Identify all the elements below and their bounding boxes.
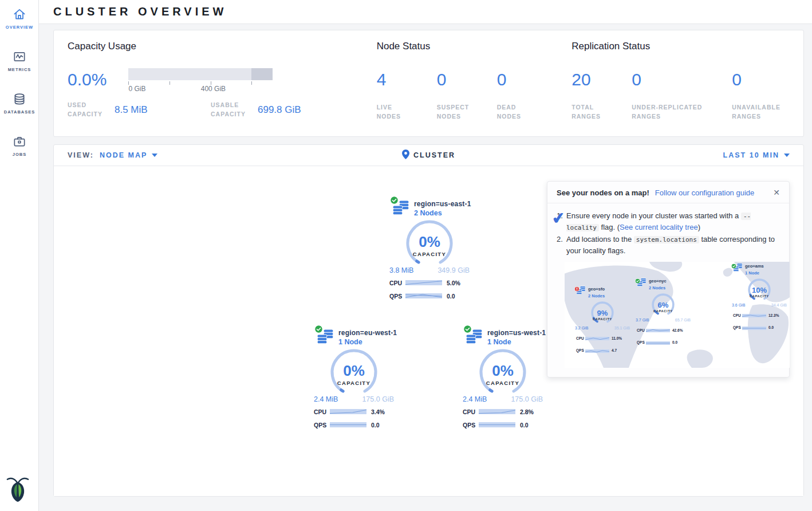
capacity-label: CAPACITY bbox=[324, 380, 384, 386]
dead-nodes-value: 0 bbox=[497, 71, 533, 88]
close-icon[interactable]: ✕ bbox=[772, 188, 781, 197]
warning-icon bbox=[574, 284, 580, 295]
map-toolbar: VIEW: NODE MAP CLUSTER LAST 10 MIN bbox=[54, 145, 803, 166]
used-capacity: 2.4 MiB bbox=[463, 395, 487, 403]
cpu-value: 3.4% bbox=[371, 408, 385, 415]
region-label[interactable]: region=us-east-1 bbox=[414, 200, 471, 208]
total-ranges-stat: 20 TOTAL RANGES bbox=[571, 68, 632, 121]
total-ranges-value: 20 bbox=[571, 71, 632, 88]
qps-value: 4.7 bbox=[612, 348, 617, 353]
capacity-bar-ticks bbox=[128, 80, 273, 85]
used-capacity: 3.7 GiB bbox=[636, 317, 649, 324]
region-database-icon bbox=[317, 337, 334, 347]
qps-label: QPS bbox=[463, 422, 479, 429]
configuration-guide-link[interactable]: Follow our configuration guide bbox=[655, 188, 754, 197]
live-nodes-stat: 4 LIVE NODES bbox=[377, 68, 437, 121]
region-label: geo=sfo bbox=[588, 286, 605, 292]
capacity-bar-chart: 0 GiB 400 GiB bbox=[128, 68, 273, 93]
unavailable-ranges-value: 0 bbox=[732, 71, 783, 88]
healthy-check-icon bbox=[314, 325, 323, 336]
sidebar-item-label: METRICS bbox=[0, 67, 39, 72]
sidebar-item-databases[interactable]: DATABASES bbox=[0, 85, 39, 115]
cpu-sparkline bbox=[585, 333, 609, 344]
region-label: geo=ams bbox=[745, 263, 764, 269]
page-header: CLUSTER OVERVIEW bbox=[39, 0, 812, 24]
region-database-icon bbox=[466, 337, 483, 347]
view-mode-value: NODE MAP bbox=[100, 151, 147, 159]
node-count[interactable]: 1 Node bbox=[338, 338, 397, 346]
capacity-label: CAPACITY bbox=[743, 294, 775, 298]
sidebar-item-jobs[interactable]: JOBS bbox=[0, 127, 39, 157]
example-node-map-image: geo=sfo 2 Nodes 9% CAPACITY bbox=[565, 262, 790, 368]
node-card-us-west-1[interactable]: region=us-west-1 1 Node 0% CAPACITY 2.4 … bbox=[460, 329, 546, 433]
capacity-percent: 0% bbox=[400, 233, 459, 251]
cpu-sparkline bbox=[479, 407, 515, 417]
under-replicated-ranges-label: UNDER-REPLICATED RANGES bbox=[632, 103, 723, 121]
used-capacity: 3.6 GiB bbox=[732, 302, 745, 309]
live-nodes-label: LIVE NODES bbox=[377, 103, 412, 121]
mini-node-card-nyc: geo=nyc 2 Nodes 6% CAPACITY bbox=[633, 278, 693, 349]
capacity-label: CAPACITY bbox=[400, 251, 459, 257]
qps-sparkline bbox=[585, 345, 609, 357]
popup-step-2: 2. Add locations to the system.locations… bbox=[557, 234, 780, 256]
node-count: 2 Nodes bbox=[649, 285, 667, 291]
region-label[interactable]: region=eu-west-1 bbox=[338, 329, 397, 337]
sidebar: OVERVIEW METRICS DATABASES bbox=[0, 0, 39, 511]
qps-sparkline bbox=[646, 337, 670, 349]
region-label: geo=nyc bbox=[649, 278, 667, 284]
capacity-gauge: 6% CAPACITY bbox=[647, 293, 679, 317]
healthy-check-icon bbox=[635, 276, 640, 287]
cpu-label: CPU bbox=[576, 336, 585, 341]
suspect-nodes-label: SUSPECT NODES bbox=[437, 103, 472, 121]
cpu-sparkline bbox=[405, 278, 442, 288]
page-title: CLUSTER OVERVIEW bbox=[53, 5, 227, 18]
replication-status-title: Replication Status bbox=[571, 41, 803, 52]
healthy-check-icon bbox=[390, 196, 399, 207]
system-locations-code: system.locations bbox=[634, 236, 699, 243]
node-count[interactable]: 1 Node bbox=[487, 338, 546, 346]
suspect-nodes-stat: 0 SUSPECT NODES bbox=[437, 68, 497, 121]
locality-tree-link[interactable]: See current locality tree bbox=[620, 223, 698, 231]
briefcase-icon bbox=[0, 134, 39, 149]
region-database-icon bbox=[392, 208, 409, 218]
node-card-eu-west-1[interactable]: region=eu-west-1 1 Node 0% CAPACITY 2.4 … bbox=[311, 329, 397, 433]
time-range-dropdown[interactable]: LAST 10 MIN bbox=[723, 151, 790, 159]
qps-label: QPS bbox=[637, 340, 646, 345]
usable-capacity-value: 699.8 GiB bbox=[258, 104, 301, 116]
node-count: 1 Node bbox=[745, 270, 764, 276]
dead-nodes-stat: 0 DEAD NODES bbox=[497, 68, 533, 121]
usable-capacity-stat: USABLE CAPACITY 699.8 GiB bbox=[211, 101, 301, 119]
total-capacity: 65.7 GiB bbox=[675, 317, 691, 324]
capacity-tick-400: 400 GiB bbox=[201, 85, 226, 93]
node-map-canvas: region=us-east-1 2 Nodes 0% CAPACITY 3.8… bbox=[54, 167, 803, 496]
cluster-summary-panel: Capacity Usage 0.0% 0 GiB 400 GiB USED C… bbox=[53, 30, 804, 137]
step-text: Add locations to the system.locations ta… bbox=[566, 234, 780, 256]
qps-label: QPS bbox=[389, 293, 405, 300]
breadcrumb-cluster[interactable]: CLUSTER bbox=[413, 151, 455, 159]
region-label[interactable]: region=us-west-1 bbox=[487, 329, 546, 337]
cpu-label: CPU bbox=[314, 408, 330, 415]
qps-value: 0.0 bbox=[447, 293, 455, 300]
view-mode-dropdown[interactable]: NODE MAP bbox=[100, 151, 157, 159]
unavailable-ranges-label: UNAVAILABLE RANGES bbox=[732, 103, 783, 121]
total-capacity: 349.9 GiB bbox=[437, 266, 470, 274]
node-card-us-east-1[interactable]: region=us-east-1 2 Nodes 0% CAPACITY 3.8… bbox=[387, 200, 472, 304]
capacity-label: CAPACITY bbox=[473, 380, 533, 386]
capacity-bar bbox=[128, 68, 273, 80]
used-capacity: 2.4 MiB bbox=[314, 395, 338, 403]
cpu-value: 2.8% bbox=[520, 408, 534, 415]
node-count[interactable]: 2 Nodes bbox=[414, 209, 471, 217]
qps-label: QPS bbox=[314, 422, 330, 429]
sidebar-item-metrics[interactable]: METRICS bbox=[0, 42, 39, 72]
unavailable-ranges-stat: 0 UNAVAILABLE RANGES bbox=[732, 68, 783, 121]
map-pin-icon bbox=[402, 150, 409, 161]
total-capacity: 175.0 GiB bbox=[511, 395, 543, 403]
used-capacity: 3.8 MiB bbox=[389, 266, 413, 274]
sidebar-item-overview[interactable]: OVERVIEW bbox=[0, 0, 39, 30]
cpu-label: CPU bbox=[637, 328, 646, 333]
total-capacity: 34.4 GiB bbox=[771, 302, 787, 309]
used-capacity-value: 8.5 MiB bbox=[115, 104, 148, 116]
cpu-value: 42.6% bbox=[672, 328, 683, 333]
usable-capacity-label: USABLE CAPACITY bbox=[211, 101, 252, 119]
capacity-gauge: 9% CAPACITY bbox=[586, 301, 618, 325]
